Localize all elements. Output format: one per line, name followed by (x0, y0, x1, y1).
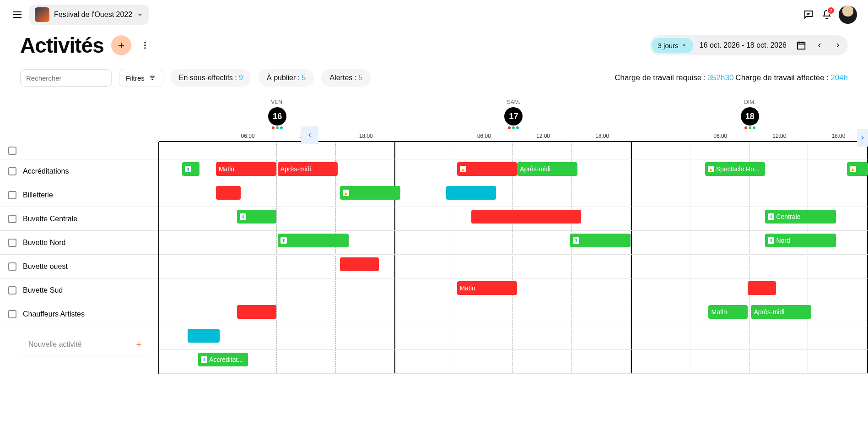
activity-name: Buvette Centrale (23, 215, 77, 223)
timeline-lane[interactable] (159, 255, 868, 278)
timeline-lane[interactable]: Centrale (159, 207, 868, 231)
event-label: Accréditat... (209, 356, 243, 363)
warning-icon (460, 166, 466, 172)
activity-row[interactable]: Buvette Nord (0, 231, 158, 255)
timeline-lane[interactable] (159, 183, 868, 207)
timeline-event[interactable] (182, 162, 200, 176)
timeline-lane[interactable]: Matin (159, 278, 868, 302)
timeline-event[interactable]: Après-midi (751, 305, 811, 319)
timeline-event[interactable]: Nord (765, 234, 836, 247)
project-selector[interactable]: Festival de l'Ouest 2022 (29, 5, 149, 25)
filters-button[interactable]: Filtres (119, 69, 163, 87)
filter-icon (148, 74, 156, 82)
time-label: 06:00 (454, 129, 513, 141)
activity-row[interactable]: Buvette Sud (0, 278, 158, 302)
timeline-event[interactable]: Matin (216, 162, 276, 176)
caret-down-icon (681, 43, 687, 48)
filters-label: Filtres (126, 74, 145, 82)
day-number[interactable]: 17 (504, 107, 523, 125)
search-box[interactable] (20, 69, 112, 87)
calendar-button[interactable] (793, 37, 809, 54)
next-button[interactable] (830, 37, 846, 54)
event-label: Nord (776, 237, 790, 244)
timeline-event[interactable]: Matin (457, 281, 518, 295)
timeline-event[interactable] (748, 281, 776, 295)
upload-icon (768, 237, 774, 244)
understaffed-chip[interactable]: En sous-effectifs : 9 (171, 69, 251, 87)
search-input[interactable] (26, 74, 113, 82)
menu-button[interactable] (11, 8, 24, 21)
timeline-lane[interactable]: Accréditat... (159, 350, 868, 374)
timeline-lane[interactable]: Nord (159, 231, 868, 255)
timeline-event[interactable] (237, 210, 276, 224)
add-icon[interactable]: + (136, 338, 142, 350)
timeline-event[interactable]: Matin (708, 305, 747, 319)
timeline-event[interactable] (457, 162, 518, 176)
user-avatar[interactable] (839, 5, 857, 24)
upload-icon (573, 237, 579, 244)
project-name: Festival de l'Ouest 2022 (54, 11, 132, 19)
activity-name: Billetterie (23, 191, 53, 199)
activity-checkbox[interactable] (8, 239, 16, 247)
timeline-event[interactable] (340, 186, 400, 200)
timeline-event[interactable] (278, 234, 349, 247)
workload-summary: Charge de travail requise : 352h30 Charg… (615, 73, 848, 82)
timeline-event[interactable]: Après-midi (517, 162, 577, 176)
activity-checkbox[interactable] (8, 262, 16, 271)
activity-name: Buvette Nord (23, 239, 65, 247)
activity-name: Buvette Sud (23, 286, 63, 295)
activity-row[interactable]: Buvette ouest (0, 255, 158, 278)
svg-rect-3 (798, 43, 805, 49)
date-range-text: 16 oct. 2026 - 18 oct. 2026 (695, 41, 791, 49)
timeline-event[interactable] (216, 186, 241, 200)
activity-row[interactable]: Chauffeurs Artistes (0, 302, 158, 326)
activity-checkbox[interactable] (8, 286, 16, 295)
timeline-event[interactable] (188, 329, 220, 343)
day-number[interactable]: 18 (741, 107, 759, 125)
day-label: VEN. (159, 99, 395, 105)
activity-checkbox[interactable] (8, 215, 16, 223)
timeline-event[interactable]: Accréditat... (198, 353, 248, 366)
expand-right-button[interactable] (857, 129, 868, 147)
time-label: 12:00 (513, 129, 572, 141)
timeline-event[interactable]: Spectacle Ro... (705, 162, 766, 176)
new-activity-row[interactable]: Nouvelle activité + (20, 333, 150, 356)
timeline-event[interactable] (570, 234, 631, 247)
day-number[interactable]: 16 (268, 107, 286, 125)
messages-button[interactable] (802, 8, 815, 21)
activity-row[interactable]: Buvette Centrale (0, 207, 158, 231)
activity-checkbox[interactable] (8, 191, 16, 199)
alerts-chip[interactable]: Alertes : 5 (321, 69, 371, 87)
notifications-button[interactable]: 2 (820, 8, 833, 21)
timeline-lane[interactable] (159, 326, 868, 350)
warning-icon (708, 166, 714, 172)
activity-checkbox[interactable] (8, 167, 16, 175)
add-activity-button[interactable] (111, 35, 131, 55)
event-label: Matin (711, 308, 727, 316)
upload-icon (768, 213, 774, 220)
day-label: SAM. (395, 99, 631, 105)
publish-chip[interactable]: À publier : 5 (259, 69, 314, 87)
timeline-event[interactable] (237, 305, 276, 319)
timeline-event[interactable] (471, 210, 581, 224)
timeline-lane[interactable]: MatinAprès-midi (159, 302, 868, 326)
range-selector[interactable]: 3 jours (652, 38, 693, 53)
timeline-lane[interactable]: MatinAprès-midiAprès-midiSpectacle Ro... (159, 159, 868, 183)
timeline-event[interactable]: Centrale (765, 210, 836, 224)
event-label: Après-midi (280, 165, 311, 173)
select-all-checkbox[interactable] (8, 147, 16, 155)
collapse-sidebar-button[interactable] (301, 126, 318, 144)
activity-row[interactable]: Accréditations (0, 159, 158, 183)
time-label: 12:00 (750, 129, 809, 141)
more-options-button[interactable] (139, 39, 151, 52)
activity-row[interactable]: Billetterie (0, 183, 158, 207)
timeline-event[interactable] (340, 257, 379, 271)
page-title: Activités (20, 33, 104, 58)
timeline-event[interactable] (847, 162, 868, 176)
upload-icon (240, 213, 246, 220)
timeline-event[interactable]: Après-midi (278, 162, 338, 176)
timeline-event[interactable] (446, 186, 496, 200)
activity-checkbox[interactable] (8, 310, 16, 318)
event-label: Après-midi (754, 308, 784, 316)
prev-button[interactable] (811, 37, 828, 54)
